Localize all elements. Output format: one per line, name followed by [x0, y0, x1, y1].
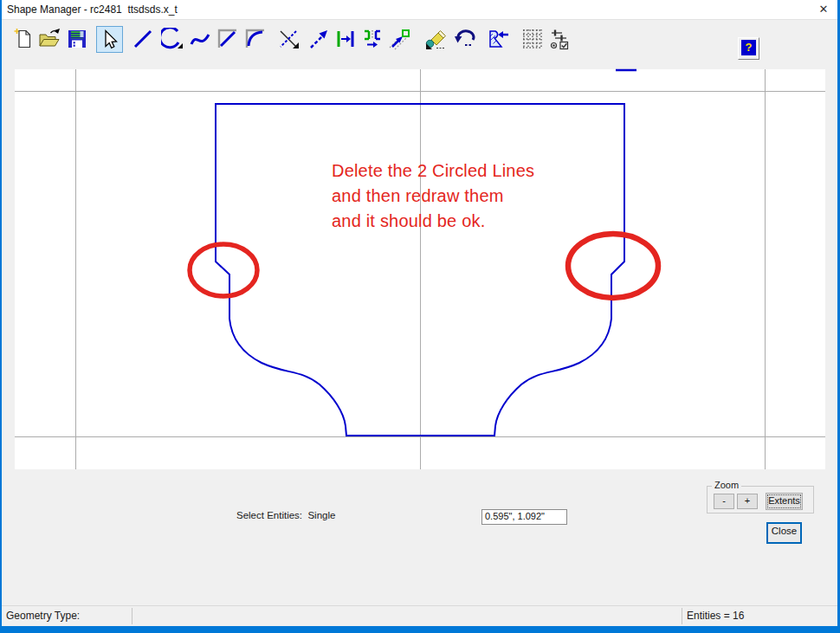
window-border-bottom — [0, 626, 840, 633]
status-bar: Geometry Type: Entities = 16 — [0, 605, 840, 627]
entities-count-label: Entities = 16 — [687, 610, 744, 622]
controls-panel: Select Entities: Single 0.595", 1.092" Z… — [0, 0, 840, 633]
zoom-out-button[interactable]: - — [714, 494, 734, 509]
zoom-extents-button[interactable]: Extents — [766, 493, 803, 510]
status-divider — [682, 608, 682, 624]
window-border-left — [0, 0, 2, 633]
geometry-type-label: Geometry Type: — [6, 610, 80, 622]
shape-manager-window: Shape Manager - rc2481 ttsdsds.x_t ✕ — [0, 0, 840, 633]
select-entities-label: Select Entities: Single — [236, 510, 335, 520]
coordinate-readout: 0.595", 1.092" — [481, 509, 567, 525]
close-button[interactable]: Close — [766, 522, 802, 544]
zoom-in-button[interactable]: + — [737, 494, 758, 509]
zoom-group-label: Zoom — [712, 480, 741, 490]
status-divider — [132, 608, 132, 624]
